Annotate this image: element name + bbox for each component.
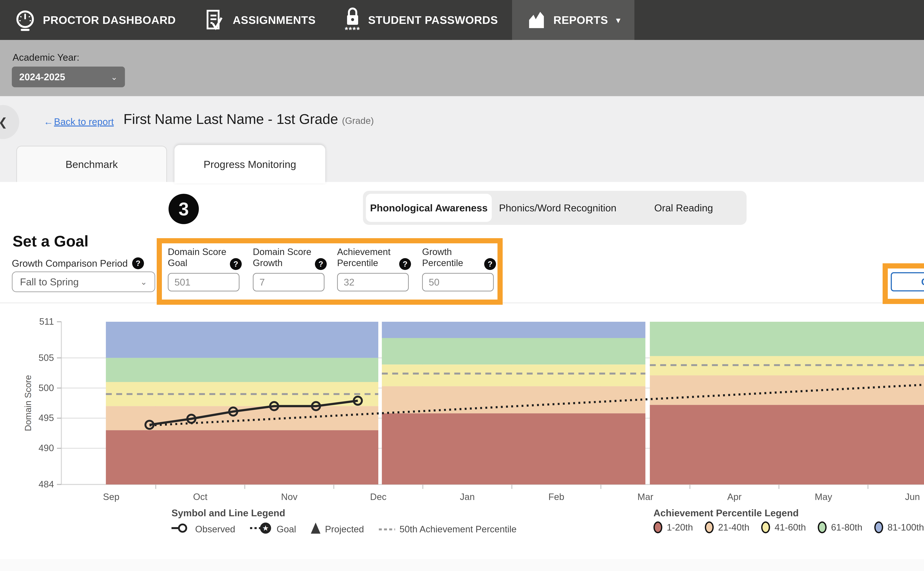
percentile-swatch-icon: [705, 522, 714, 533]
legend-item-41-60th: 41-60th: [761, 522, 806, 533]
svg-text:Feb: Feb: [548, 492, 564, 502]
domain-score-growth-field: Domain ScoreGrowth ?: [253, 246, 327, 292]
left-arrow-icon: ←: [44, 116, 53, 127]
step-3-badge: 3: [169, 194, 199, 224]
goal-fields-highlight-box: Domain ScoreGoal ? Domain ScoreGrowth ? …: [157, 238, 503, 305]
clipboard-check-icon: [204, 9, 226, 31]
help-icon[interactable]: ?: [399, 258, 411, 270]
svg-text:Dec: Dec: [370, 492, 387, 502]
help-icon[interactable]: ?: [315, 258, 327, 270]
top-navbar: PROCTOR DASHBOARD ASSIGNMENTS: [0, 0, 924, 40]
field-label: Domain ScoreGoal ?: [168, 246, 242, 269]
help-icon[interactable]: ?: [132, 258, 144, 269]
nav-item-reports[interactable]: REPORTS ▾: [512, 0, 634, 40]
nav-label: REPORTS: [553, 14, 608, 26]
goal-star-icon: ★: [250, 522, 272, 537]
observed-line-icon: [171, 523, 191, 536]
area-chart-icon: [526, 9, 547, 30]
symbol-legend-title: Symbol and Line Legend: [171, 508, 285, 519]
nav-item-proctor-dashboard[interactable]: PROCTOR DASHBOARD: [0, 0, 190, 40]
legend-item-projected: Projected: [311, 523, 364, 536]
chevron-left-icon: ❮: [0, 116, 8, 128]
growth-percentile-field: GrowthPercentile ?: [422, 246, 496, 292]
growth-percentile-input[interactable]: [422, 273, 494, 292]
achievement-percentile-field: AchievementPercentile ?: [337, 246, 411, 292]
percentile-legend: 1-20th 21-40th 41-60th 61-80th 81-100th: [653, 522, 924, 533]
domain-score-growth-input[interactable]: [253, 273, 325, 292]
percentile-legend-title: Achievement Percentile Legend: [653, 508, 799, 519]
nav-item-assignments[interactable]: ASSIGNMENTS: [190, 0, 330, 40]
nav-item-student-passwords[interactable]: **** STUDENT PASSWORDS: [330, 0, 512, 40]
field-label: GrowthPercentile ?: [422, 246, 496, 269]
growth-comparison-label: Growth Comparison Period ?: [12, 258, 144, 269]
achievement-percentile-input[interactable]: [337, 273, 409, 292]
cancel-button[interactable]: Cancel: [891, 272, 924, 292]
padlock-icon: ****: [344, 7, 362, 33]
legend-item-21-40th: 21-40th: [705, 522, 750, 533]
toolbar: Academic Year: 2024-2025 ⌄ Print: [0, 40, 924, 96]
legend-item-observed: Observed: [171, 523, 235, 536]
svg-text:★: ★: [262, 524, 269, 532]
back-to-report-link[interactable]: ←Back to report: [44, 116, 114, 127]
svg-text:Jun: Jun: [905, 492, 920, 502]
svg-text:Sep: Sep: [103, 492, 119, 502]
progress-monitoring-chart: ★484490495500505511SepOctNovDecJanFebMar…: [0, 311, 924, 532]
page: PROCTOR DASHBOARD ASSIGNMENTS: [0, 0, 924, 571]
subtab-phonological-awareness[interactable]: Phonological Awareness: [366, 194, 492, 222]
help-icon[interactable]: ?: [484, 258, 496, 270]
bottom-strip: [0, 559, 924, 571]
tab-progress-monitoring[interactable]: Progress Monitoring: [174, 145, 325, 184]
svg-text:511: 511: [39, 316, 54, 327]
page-title-suffix: (Grade): [342, 116, 374, 126]
tab-benchmark[interactable]: Benchmark: [16, 146, 167, 182]
svg-text:500: 500: [38, 383, 54, 393]
growth-comparison-select[interactable]: Fall to Spring ⌄: [12, 272, 155, 292]
percentile-swatch-icon: [874, 522, 883, 533]
academic-year-value: 2024-2025: [19, 71, 65, 82]
svg-text:Mar: Mar: [638, 492, 653, 502]
legend-item-1-20th: 1-20th: [653, 522, 693, 533]
svg-text:484: 484: [38, 479, 54, 489]
legend-item-81-100th: 81-100th: [874, 522, 924, 533]
svg-text:Domain Score: Domain Score: [23, 375, 33, 431]
domain-score-goal-input[interactable]: [168, 273, 240, 292]
svg-text:Oct: Oct: [193, 492, 208, 502]
help-icon[interactable]: ?: [230, 258, 242, 270]
dashed-line-icon: [379, 524, 395, 535]
chevron-down-icon: ⌄: [111, 72, 117, 82]
svg-text:Jan: Jan: [460, 492, 475, 502]
legend-item-50th-percentile: 50th Achievement Percentile: [379, 524, 517, 535]
main-content: Phonological Awareness Phonics/Word Reco…: [0, 182, 924, 559]
svg-text:May: May: [815, 492, 832, 502]
password-stars: ****: [345, 27, 360, 33]
subtab-phonics-word-recognition[interactable]: Phonics/Word Recognition: [495, 191, 621, 225]
percentile-swatch-icon: [761, 522, 770, 533]
field-label: AchievementPercentile ?: [337, 246, 411, 269]
prev-student-button[interactable]: ❮: [0, 105, 19, 139]
domain-subtabs: Phonological Awareness Phonics/Word Reco…: [363, 191, 747, 225]
percentile-swatch-icon: [818, 522, 827, 533]
nav-label: STUDENT PASSWORDS: [368, 14, 498, 26]
svg-text:Apr: Apr: [727, 492, 742, 502]
projected-triangle-icon: [311, 523, 320, 536]
percentile-swatch-icon: [653, 522, 662, 533]
svg-text:495: 495: [38, 413, 54, 423]
subtab-oral-reading[interactable]: Oral Reading: [621, 191, 747, 225]
academic-year-select[interactable]: 2024-2025 ⌄: [12, 66, 125, 87]
legend-item-61-80th: 61-80th: [818, 522, 862, 533]
gauge-icon: [14, 9, 36, 31]
breadcrumb-section: ❮ ←Back to report First Name Last Name -…: [0, 96, 924, 182]
svg-text:Nov: Nov: [281, 492, 297, 502]
field-label: Domain ScoreGrowth ?: [253, 246, 327, 269]
chevron-down-icon: ⌄: [140, 277, 147, 287]
chevron-down-icon: ▾: [616, 15, 621, 25]
page-title: First Name Last Name - 1st Grade (Grade): [123, 111, 374, 127]
symbol-legend: Observed ★ Goal Projected: [171, 522, 516, 537]
svg-text:490: 490: [38, 443, 54, 453]
set-a-goal-heading: Set a Goal: [12, 232, 89, 250]
domain-score-goal-field: Domain ScoreGoal ?: [168, 246, 242, 292]
svg-text:505: 505: [38, 353, 54, 363]
nav-label: ASSIGNMENTS: [233, 14, 316, 26]
nav-label: PROCTOR DASHBOARD: [43, 14, 176, 26]
academic-year-label: Academic Year:: [12, 52, 79, 63]
